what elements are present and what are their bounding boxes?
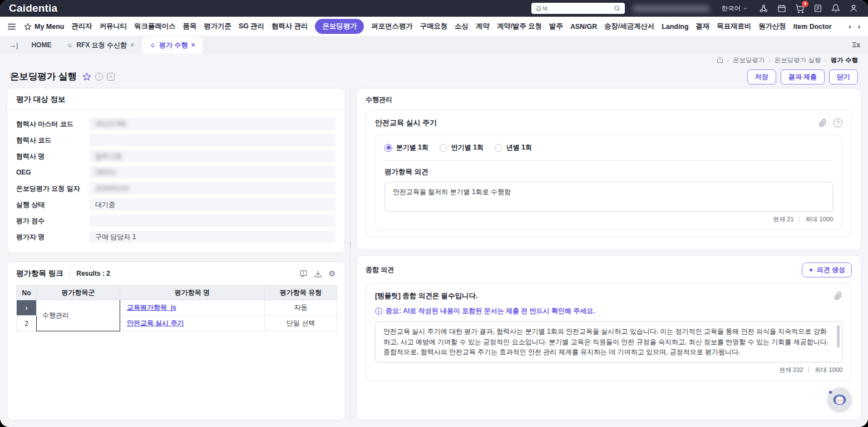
close-button[interactable]: 닫기 (829, 69, 858, 85)
menu-item-cost-estimation[interactable]: 원가산정 (758, 22, 786, 31)
menu-item-workplace[interactable]: 워크플레이스 (134, 22, 175, 31)
main-content: 평가 대상 정보 협력사 마스터 코드 VA101788 협력사 코드 협력사 … (0, 87, 868, 427)
radio-quarterly[interactable]: 분기별 1회 (384, 143, 428, 152)
breadcrumb-item[interactable]: 온보딩평가 실행 (775, 56, 821, 64)
menu-item-admin[interactable]: 관리자 (71, 22, 92, 31)
pin-icon[interactable] (150, 42, 156, 48)
tab-eval-execute[interactable]: 평가 수행 × (142, 37, 203, 53)
radio-label: 반기별 1회 (451, 143, 484, 152)
overall-opinion-card: 종합 의견 ✦ 의견 생성 [템플릿] 종합 의견은 필수입니다. i (356, 255, 861, 420)
field-value: OE021 (90, 166, 336, 178)
menu-item-partner-mgmt[interactable]: 협력사 관리 (272, 22, 308, 31)
col-header-group: 평가항목군 (37, 286, 120, 300)
menu-item-community[interactable]: 커뮤니티 (100, 22, 127, 31)
row-selector-cell[interactable]: › (17, 300, 37, 316)
chatbot-button[interactable] (827, 388, 852, 412)
save-button[interactable]: 저장 (747, 69, 776, 85)
chevron-down-icon (743, 6, 748, 11)
close-icon[interactable]: × (191, 41, 195, 49)
menu-item-invoice-tax[interactable]: 송장/세금계산서 (604, 22, 654, 31)
tab-label: 평가 수행 (159, 41, 188, 50)
menu-item-sourcing[interactable]: 소싱 (455, 22, 468, 31)
search-icon (614, 5, 620, 12)
hamburger-icon[interactable] (7, 22, 17, 32)
counter-max: 최대 1000 (815, 366, 842, 374)
col-header-type: 평가항목 유형 (265, 286, 337, 300)
counter-current: 현재 21 (773, 215, 793, 224)
table-row[interactable]: › 수행관리 교육평가항목_js 자동 (17, 300, 337, 316)
close-all-tabs-icon[interactable]: Ξx (852, 41, 868, 49)
char-counter: 현재 232 │ 최대 1000 (375, 366, 842, 374)
menu-item-my-menu[interactable]: My Menu (24, 23, 64, 31)
global-search[interactable] (531, 3, 625, 14)
menu-item-item-doctor[interactable]: Item Doctor (793, 23, 832, 31)
chatbot-status-dot (829, 391, 832, 394)
settings-icon[interactable]: ⚙ (328, 270, 336, 277)
info-icon[interactable]: i (95, 73, 103, 81)
item-link[interactable]: 안전교육 실시 주기 (127, 319, 184, 327)
user-icon[interactable] (849, 4, 858, 13)
download-icon[interactable] (314, 270, 322, 278)
menu-scroll-left-icon[interactable]: ‹ (849, 22, 851, 31)
radio-semiannual[interactable]: 반기별 1회 (440, 143, 484, 152)
eval-item-box: 안전교육 실시 주기 ? 분기별 1회 (366, 110, 852, 237)
scrollbar-thumb[interactable] (837, 325, 840, 347)
memo-icon[interactable]: A (107, 73, 115, 81)
top-bar: Caidentia 한국어 5 (0, 0, 868, 17)
search-input[interactable] (536, 5, 614, 12)
field-label: 온보딩평가 요청 일자 (16, 184, 90, 193)
breadcrumb: › 온보딩평가 › 온보딩평가 실행 › 평가 수행 (0, 53, 868, 67)
tab-expand-icon[interactable]: →| (3, 41, 23, 49)
group-cell-selected[interactable]: 수행관리 (37, 300, 120, 331)
menu-item-eval-criteria[interactable]: 평가기준 (204, 22, 231, 31)
help-icon[interactable]: ? (834, 118, 842, 127)
menu-item-asn-gr[interactable]: ASN/GR (570, 23, 597, 31)
overall-section-label: 종합 의견 (366, 265, 394, 275)
field-exec-status: 실행 상태 대기중 (16, 198, 336, 211)
menu-item-purchase-request[interactable]: 구매요청 (420, 22, 448, 31)
menu-item-contract[interactable]: 계약 (476, 22, 490, 31)
overall-opinion-textarea[interactable]: 안전교육 실시 주기에 대한 평가 결과, 협력사는 분기별 1회의 안전교육을… (375, 321, 842, 363)
generate-opinion-button[interactable]: ✦ 의견 생성 (802, 262, 852, 277)
tab-home[interactable]: HOME (23, 37, 59, 53)
menu-scroll-right-icon[interactable]: › (858, 22, 860, 31)
home-icon[interactable] (717, 57, 723, 63)
paperclip-icon[interactable] (818, 119, 827, 127)
menu-item-performance-eval[interactable]: 퍼포먼스평가 (371, 22, 412, 31)
menu-item-order[interactable]: 발주 (549, 22, 563, 31)
cart-icon[interactable]: 5 (795, 4, 805, 13)
menu-item-target-material-cost[interactable]: 목표재료비 (717, 22, 751, 31)
menu-item-approval[interactable]: 결재 (696, 22, 709, 31)
calendar-icon[interactable] (777, 4, 786, 13)
menu-item-landing[interactable]: Landing (662, 23, 688, 31)
favorite-star-icon[interactable] (82, 72, 91, 81)
target-info-title: 평가 대상 정보 (7, 88, 344, 110)
field-label: 협력사 코드 (16, 136, 90, 145)
radio-yearly[interactable]: 년별 1회 (495, 143, 532, 152)
menu-item-sg-mgmt[interactable]: SG 관리 (239, 22, 264, 31)
radio-dot (495, 144, 502, 152)
tooltip-icon[interactable] (299, 270, 308, 278)
menu-item-onboarding-eval[interactable]: 온보딩평가 (315, 19, 364, 34)
submit-result-button[interactable]: 결과 제출 (781, 69, 825, 85)
sitemap-icon[interactable] (759, 4, 768, 13)
table-header-row: No 평가항목군 평가항목 명 평가항목 유형 (17, 286, 337, 300)
close-icon[interactable]: × (130, 41, 134, 49)
tab-rfx-inbox[interactable]: RFX 요청 수신함 × (59, 37, 142, 53)
language-selector[interactable]: 한국어 (722, 4, 748, 13)
breadcrumb-item[interactable]: 온보딩평가 (733, 56, 765, 64)
opinion-textarea[interactable]: 안전교육을 철저히 분기별 1회로 수행함 (384, 182, 833, 212)
drag-handle-icon[interactable]: ⋮ (347, 241, 354, 249)
item-link[interactable]: 교육평가항목_js (127, 304, 176, 311)
field-value (90, 215, 336, 227)
breadcrumb-current: 평가 수행 (831, 56, 858, 64)
bell-icon[interactable] (831, 4, 840, 13)
radio-dot (440, 144, 447, 152)
app-screen: Caidentia 한국어 5 (0, 0, 868, 427)
document-icon[interactable] (813, 4, 822, 13)
pin-icon[interactable] (67, 42, 73, 48)
menu-item-items[interactable]: 품목 (183, 22, 197, 31)
menu-item-contract-order-request[interactable]: 계약/발주 요청 (497, 22, 542, 31)
paperclip-icon[interactable] (834, 292, 842, 300)
field-evaluator-name: 평가자 명 구매 담당자 1 (16, 231, 336, 243)
